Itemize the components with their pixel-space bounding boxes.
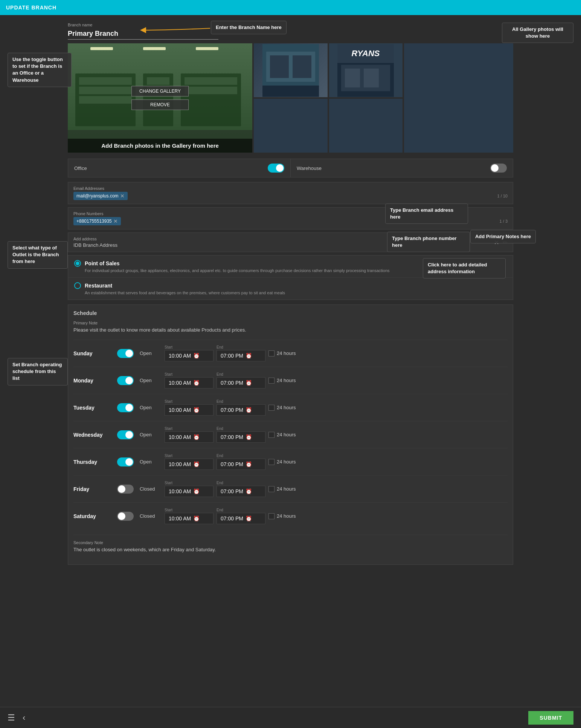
end-input-friday[interactable]: 07:00 PM ⏰ bbox=[217, 486, 265, 497]
end-input-wednesday[interactable]: 07:00 PM ⏰ bbox=[217, 431, 265, 443]
warehouse-toggle-label: Warehouse bbox=[297, 165, 322, 171]
email-tag-close[interactable]: ✕ bbox=[120, 193, 125, 199]
end-label-wednesday: End bbox=[217, 427, 265, 431]
gallery-thumb-3[interactable] bbox=[254, 99, 328, 153]
warehouse-toggle-cell: Warehouse bbox=[291, 159, 513, 177]
day-toggle-friday[interactable] bbox=[117, 485, 134, 494]
address-clear-icon[interactable]: ✕ bbox=[494, 239, 499, 246]
checkbox-box-wednesday bbox=[268, 432, 274, 438]
start-input-friday[interactable]: 10:00 AM ⏰ bbox=[165, 486, 213, 497]
hours-24-tuesday[interactable]: 24 hours bbox=[268, 405, 296, 411]
phone-input[interactable] bbox=[123, 219, 497, 224]
email-section: Email Addresses mail@ryansplus.com ✕ 1 /… bbox=[68, 182, 513, 204]
gallery-thumb-1[interactable] bbox=[254, 43, 328, 97]
day-toggle-wednesday[interactable] bbox=[117, 430, 134, 439]
radio-circle-pos[interactable] bbox=[74, 260, 81, 267]
end-input-monday[interactable]: 07:00 PM ⏰ bbox=[217, 377, 265, 388]
branch-name-input[interactable] bbox=[68, 28, 218, 40]
radio-circle-restaurant[interactable] bbox=[74, 282, 81, 289]
day-toggle-thumb-tuesday bbox=[125, 404, 133, 411]
end-time-block-sunday: End 07:00 PM ⏰ bbox=[217, 345, 265, 361]
start-value-thursday: 10:00 AM bbox=[169, 461, 191, 467]
end-input-thursday[interactable]: 07:00 PM ⏰ bbox=[217, 459, 265, 470]
time-group-friday: Start 10:00 AM ⏰ End 07:00 PM ⏰ 24 hours bbox=[165, 481, 508, 497]
warehouse-toggle-track bbox=[490, 164, 507, 173]
hours-24-saturday[interactable]: 24 hours bbox=[268, 513, 296, 519]
end-value-thursday: 07:00 PM bbox=[221, 461, 243, 467]
gallery-thumb-2-svg: RYANS bbox=[337, 44, 394, 97]
end-time-block-friday: End 07:00 PM ⏰ bbox=[217, 481, 265, 497]
hours-24-sunday[interactable]: 24 hours bbox=[268, 350, 296, 356]
start-clock-icon-saturday: ⏰ bbox=[193, 515, 200, 522]
hours-24-friday[interactable]: 24 hours bbox=[268, 486, 296, 492]
phone-section: Phone Numbers +8801755513935 ✕ 1 / 3 bbox=[68, 207, 513, 229]
primary-note-value[interactable]: Please visit the outlet to know more det… bbox=[73, 327, 508, 333]
time-group-thursday: Start 10:00 AM ⏰ End 07:00 PM ⏰ 24 hours bbox=[165, 454, 508, 470]
submit-button[interactable]: SUBMIT bbox=[528, 711, 573, 725]
end-input-sunday[interactable]: 07:00 PM ⏰ bbox=[217, 350, 265, 361]
checkbox-box-sunday bbox=[268, 350, 274, 356]
end-time-block-monday: End 07:00 PM ⏰ bbox=[217, 372, 265, 388]
end-value-wednesday: 07:00 PM bbox=[221, 434, 243, 440]
end-value-saturday: 07:00 PM bbox=[221, 515, 243, 522]
office-toggle-switch[interactable] bbox=[268, 164, 284, 173]
start-input-sunday[interactable]: 10:00 AM ⏰ bbox=[165, 350, 213, 361]
topbar: UPDATE BRANCH bbox=[0, 0, 581, 15]
address-content: Add address IDB Branch Address bbox=[73, 237, 490, 248]
start-label-tuesday: Start bbox=[165, 399, 213, 404]
end-input-tuesday[interactable]: 07:00 PM ⏰ bbox=[217, 404, 265, 416]
end-clock-icon-tuesday: ⏰ bbox=[246, 407, 252, 413]
time-group-tuesday: Start 10:00 AM ⏰ End 07:00 PM ⏰ 24 hours bbox=[165, 399, 508, 416]
change-gallery-button[interactable]: CHANGE GALLERY bbox=[131, 86, 189, 96]
day-toggle-thumb-thursday bbox=[125, 458, 133, 466]
end-label-friday: End bbox=[217, 481, 265, 485]
branch-name-section: Branch name bbox=[68, 23, 513, 40]
hours-24-wednesday[interactable]: 24 hours bbox=[268, 432, 296, 438]
remove-button[interactable]: REMOVE bbox=[131, 99, 189, 110]
day-name-monday: Monday bbox=[73, 378, 111, 384]
end-label-sunday: End bbox=[217, 345, 265, 349]
day-toggle-sunday[interactable] bbox=[117, 349, 134, 358]
back-icon[interactable]: ‹ bbox=[23, 713, 25, 723]
end-time-block-wednesday: End 07:00 PM ⏰ bbox=[217, 427, 265, 443]
day-toggle-thumb-sunday bbox=[125, 350, 133, 357]
start-time-block-friday: Start 10:00 AM ⏰ bbox=[165, 481, 213, 497]
hours-24-label-friday: 24 hours bbox=[277, 486, 296, 492]
day-toggle-monday[interactable] bbox=[117, 376, 134, 385]
start-input-saturday[interactable]: 10:00 AM ⏰ bbox=[165, 513, 213, 524]
day-toggle-thumb-friday bbox=[118, 485, 125, 493]
gallery-thumb-4[interactable] bbox=[329, 99, 403, 153]
hours-24-thursday[interactable]: 24 hours bbox=[268, 459, 296, 465]
secondary-note-value[interactable]: The outlet is closed on weekends, which … bbox=[73, 546, 508, 553]
hours-24-label-tuesday: 24 hours bbox=[277, 405, 296, 410]
day-status-saturday: Closed bbox=[140, 513, 159, 519]
day-toggle-thursday[interactable] bbox=[117, 457, 134, 466]
topbar-title: UPDATE BRANCH bbox=[6, 5, 56, 11]
start-label-friday: Start bbox=[165, 481, 213, 485]
day-toggle-tuesday[interactable] bbox=[117, 403, 134, 412]
gallery-thumb-2[interactable]: RYANS bbox=[329, 43, 403, 97]
branch-name-label: Branch name bbox=[68, 23, 513, 27]
hours-24-monday[interactable]: 24 hours bbox=[268, 378, 296, 384]
hamburger-icon[interactable]: ☰ bbox=[8, 713, 15, 723]
phone-tags-container: +8801755513935 ✕ 1 / 3 bbox=[73, 217, 508, 225]
hours-24-label-wednesday: 24 hours bbox=[277, 432, 296, 437]
start-label-monday: Start bbox=[165, 372, 213, 376]
start-input-wednesday[interactable]: 10:00 AM ⏰ bbox=[165, 431, 213, 443]
svg-rect-2 bbox=[143, 47, 166, 50]
email-input[interactable] bbox=[130, 193, 495, 199]
radio-title-pos: Point of Sales bbox=[85, 260, 120, 266]
start-input-tuesday[interactable]: 10:00 AM ⏰ bbox=[165, 404, 213, 416]
address-edit-icon[interactable]: ✏ bbox=[503, 239, 508, 246]
day-toggle-saturday[interactable] bbox=[117, 512, 134, 521]
phone-tag-close[interactable]: ✕ bbox=[113, 218, 118, 224]
radio-desc-pos: For individual product groups, like appl… bbox=[74, 268, 507, 273]
start-input-monday[interactable]: 10:00 AM ⏰ bbox=[165, 377, 213, 388]
phone-tag: +8801755513935 ✕ bbox=[73, 217, 121, 225]
day-row-thursday: Thursday Open Start 10:00 AM ⏰ End bbox=[73, 448, 508, 475]
start-input-thursday[interactable]: 10:00 AM ⏰ bbox=[165, 459, 213, 470]
warehouse-toggle-switch[interactable] bbox=[490, 164, 507, 173]
day-name-sunday: Sunday bbox=[73, 350, 111, 356]
end-input-saturday[interactable]: 07:00 PM ⏰ bbox=[217, 513, 265, 524]
day-status-sunday: Open bbox=[140, 350, 159, 356]
